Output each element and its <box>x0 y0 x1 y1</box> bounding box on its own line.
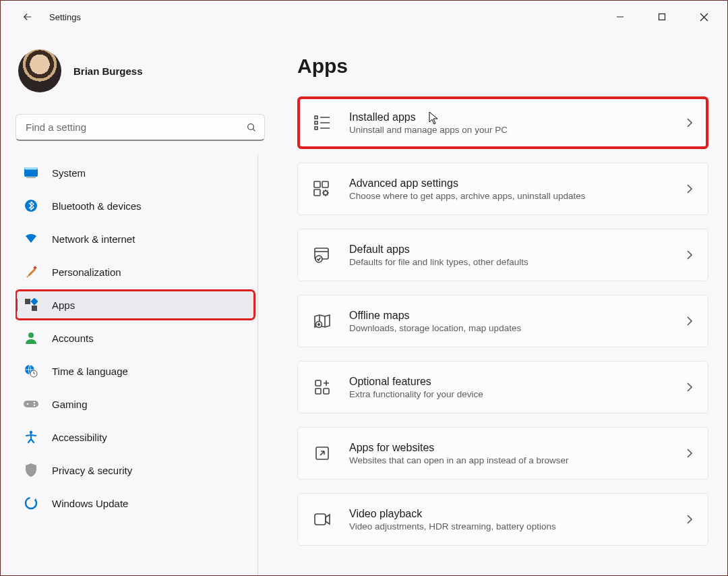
arrow-left-icon <box>22 11 34 23</box>
svg-rect-29 <box>315 380 321 386</box>
app-gear-icon <box>313 179 332 198</box>
search-icon <box>246 122 257 133</box>
minimize-button[interactable] <box>599 1 641 33</box>
person-icon <box>24 330 38 345</box>
search-input[interactable] <box>16 114 265 141</box>
svg-point-15 <box>34 402 35 403</box>
sidebar-item-network[interactable]: Network & internet <box>16 224 255 254</box>
svg-rect-0 <box>659 14 665 20</box>
svg-point-17 <box>30 431 32 434</box>
sidebar-item-label: Gaming <box>52 399 88 410</box>
card-advanced-app-settings[interactable]: Advanced app settings Choose where to ge… <box>297 163 708 215</box>
card-installed-apps[interactable]: Installed apps Uninstall and manage apps… <box>297 96 708 149</box>
close-button[interactable] <box>683 1 725 33</box>
svg-point-1 <box>248 124 254 130</box>
svg-point-16 <box>34 405 35 406</box>
bluetooth-icon <box>24 198 38 213</box>
card-title: Apps for websites <box>349 442 669 454</box>
svg-rect-24 <box>314 190 320 196</box>
system-icon <box>24 165 38 180</box>
card-title: Video playback <box>349 508 669 520</box>
window-title: Settings <box>49 12 81 22</box>
sidebar-item-label: Accounts <box>52 333 94 344</box>
card-subtitle: Extra functionality for your device <box>349 389 669 399</box>
svg-point-14 <box>27 403 28 405</box>
default-apps-icon <box>313 246 332 264</box>
sidebar-item-label: Apps <box>52 299 75 311</box>
chevron-right-icon <box>686 183 693 194</box>
wifi-icon <box>24 231 38 246</box>
card-title: Default apps <box>349 243 669 256</box>
sidebar-item-label: Windows Update <box>52 498 128 509</box>
shield-icon <box>24 463 38 478</box>
sidebar-item-label: System <box>52 167 86 179</box>
card-subtitle: Defaults for file and link types, other … <box>349 257 669 267</box>
sidebar-item-bluetooth[interactable]: Bluetooth & devices <box>16 191 255 221</box>
card-subtitle: Uninstall and manage apps on your PC <box>349 125 669 135</box>
maximize-button[interactable] <box>641 1 683 33</box>
avatar <box>18 49 61 92</box>
chevron-right-icon <box>686 316 693 326</box>
svg-rect-8 <box>32 306 37 311</box>
brush-icon <box>24 264 38 279</box>
svg-rect-4 <box>26 177 36 178</box>
apps-icon <box>24 297 38 312</box>
sidebar-item-accessibility[interactable]: Accessibility <box>16 422 255 452</box>
sidebar-item-windows-update[interactable]: Windows Update <box>16 488 255 518</box>
page-title: Apps <box>297 55 708 78</box>
sidebar-item-label: Time & language <box>52 366 128 377</box>
sidebar-item-label: Network & internet <box>52 233 135 245</box>
card-title: Advanced app settings <box>349 177 669 190</box>
content-area: Apps Installed apps Uninstall and manage… <box>284 33 727 575</box>
svg-rect-7 <box>25 299 30 304</box>
svg-rect-22 <box>314 181 320 188</box>
sidebar-item-label: Personalization <box>52 266 121 278</box>
chevron-right-icon <box>686 514 693 525</box>
profile-name: Brian Burgess <box>73 65 143 77</box>
window-controls <box>599 1 725 33</box>
chevron-right-icon <box>686 448 693 459</box>
card-subtitle: Video adjustments, HDR streaming, batter… <box>349 521 669 531</box>
sidebar-item-apps[interactable]: Apps <box>16 290 255 320</box>
card-offline-maps[interactable]: Offline maps Downloads, storage location… <box>297 295 708 347</box>
svg-rect-23 <box>322 181 328 188</box>
chevron-right-icon <box>686 117 693 128</box>
sidebar-item-system[interactable]: System <box>16 158 255 188</box>
svg-rect-31 <box>315 388 321 394</box>
svg-rect-6 <box>33 266 37 270</box>
search-wrap <box>16 114 268 141</box>
profile-block[interactable]: Brian Burgess <box>16 45 272 106</box>
card-default-apps[interactable]: Default apps Defaults for file and link … <box>297 229 708 281</box>
sidebar-item-time-language[interactable]: Time & language <box>16 356 255 386</box>
card-optional-features[interactable]: Optional features Extra functionality fo… <box>297 361 708 413</box>
close-icon <box>700 13 708 22</box>
svg-rect-9 <box>30 298 38 306</box>
add-grid-icon <box>313 378 332 397</box>
sidebar-item-label: Bluetooth & devices <box>52 200 142 212</box>
svg-rect-19 <box>315 116 317 119</box>
svg-point-18 <box>26 498 36 509</box>
sidebar-item-personalization[interactable]: Personalization <box>16 257 255 287</box>
card-video-playback[interactable]: Video playback Video adjustments, HDR st… <box>297 493 708 546</box>
svg-rect-21 <box>315 127 317 129</box>
card-subtitle: Websites that can open in an app instead… <box>349 455 669 465</box>
minimize-icon <box>616 13 624 21</box>
titlebar: Settings <box>1 1 727 33</box>
sidebar-item-accounts[interactable]: Accounts <box>16 323 255 353</box>
card-title: Optional features <box>349 376 669 388</box>
sidebar: Brian Burgess System Bluetooth & devices <box>1 33 284 575</box>
svg-rect-20 <box>315 121 317 124</box>
back-button[interactable] <box>14 3 41 30</box>
card-apps-for-websites[interactable]: Apps for websites Websites that can open… <box>297 427 708 480</box>
svg-rect-3 <box>24 167 38 170</box>
nav-list: System Bluetooth & devices Network & int… <box>16 154 258 575</box>
accessibility-icon <box>24 430 38 444</box>
sidebar-item-privacy[interactable]: Privacy & security <box>16 455 255 485</box>
open-external-icon <box>313 444 332 463</box>
gamepad-icon <box>24 397 38 411</box>
chevron-right-icon <box>686 382 693 393</box>
sidebar-item-gaming[interactable]: Gaming <box>16 389 255 419</box>
map-icon <box>313 312 332 330</box>
card-title: Offline maps <box>349 310 669 322</box>
svg-rect-33 <box>315 514 326 525</box>
